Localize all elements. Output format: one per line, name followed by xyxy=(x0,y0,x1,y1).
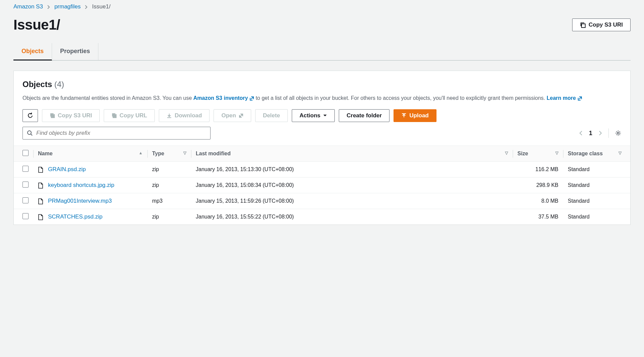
cell-storage-class: Standard xyxy=(563,177,630,193)
file-icon xyxy=(38,182,43,188)
chevron-right-icon xyxy=(85,4,88,10)
download-label: Download xyxy=(175,112,202,119)
inventory-link-label: Amazon S3 inventory xyxy=(193,95,248,101)
object-link[interactable]: SCRATCHES.psd.zip xyxy=(48,213,102,220)
search-icon xyxy=(27,130,33,136)
file-icon xyxy=(38,198,43,204)
breadcrumb-root[interactable]: Amazon S3 xyxy=(13,3,43,10)
sort-icon: ▽ xyxy=(555,151,558,155)
cell-type: zip xyxy=(147,177,191,193)
file-icon xyxy=(38,214,43,220)
chevron-right-icon xyxy=(47,4,50,10)
table-row: PRMag001Interview.mp3mp3January 15, 2013… xyxy=(14,193,630,209)
pagination: 1 xyxy=(579,128,622,138)
upload-label: Upload xyxy=(409,112,429,119)
refresh-button[interactable] xyxy=(22,109,38,122)
panel-title: Objects (4) xyxy=(22,80,622,89)
settings-button[interactable] xyxy=(615,130,622,136)
row-checkbox[interactable] xyxy=(22,182,29,188)
learn-more-label: Learn more xyxy=(547,95,576,101)
select-all-checkbox[interactable] xyxy=(22,150,29,156)
cell-last-modified: January 16, 2013, 15:55:22 (UTC+08:00) xyxy=(191,209,513,225)
copy-icon xyxy=(580,22,586,28)
upload-button[interactable]: Upload xyxy=(394,109,436,122)
prev-page-button[interactable] xyxy=(579,130,583,136)
copy-icon xyxy=(111,112,117,119)
sort-icon: ▽ xyxy=(505,151,508,155)
cell-size: 37.5 MB xyxy=(513,209,563,225)
column-name[interactable]: Name xyxy=(38,151,53,156)
file-icon xyxy=(38,166,43,172)
panel-desc-text: Objects are the fundamental entities sto… xyxy=(22,95,193,101)
gear-icon xyxy=(615,130,622,136)
learn-more-link[interactable]: Learn more xyxy=(547,95,582,101)
caret-down-icon xyxy=(323,112,327,119)
row-checkbox[interactable] xyxy=(22,197,29,203)
svg-point-4 xyxy=(617,132,619,134)
column-last-modified[interactable]: Last modified xyxy=(196,151,231,156)
copy-url-label: Copy URL xyxy=(120,112,147,119)
upload-icon xyxy=(401,112,407,119)
external-link-icon xyxy=(578,95,582,101)
create-folder-button[interactable]: Create folder xyxy=(339,109,389,122)
refresh-icon xyxy=(27,112,34,119)
cell-size: 298.9 KB xyxy=(513,177,563,193)
tab-objects[interactable]: Objects xyxy=(13,43,52,61)
breadcrumb: Amazon S3 prmagfiles Issue1/ xyxy=(13,0,631,17)
table-row: keyboard shortcuts.jpg.zipzipJanuary 16,… xyxy=(14,177,630,193)
download-icon xyxy=(167,112,172,119)
column-storage-class[interactable]: Storage class xyxy=(568,151,603,156)
cell-last-modified: January 16, 2013, 15:13:30 (UTC+08:00) xyxy=(191,162,513,177)
tabs: Objects Properties xyxy=(13,43,631,61)
cell-storage-class: Standard xyxy=(563,193,630,209)
create-folder-label: Create folder xyxy=(347,112,382,119)
sort-icon: ▽ xyxy=(618,151,622,155)
search-input[interactable] xyxy=(36,130,206,136)
svg-point-3 xyxy=(28,131,31,134)
copy-icon xyxy=(50,112,55,119)
panel-desc-mid: to get a list of all objects in your buc… xyxy=(256,95,547,101)
external-link-icon xyxy=(249,95,256,101)
inventory-link[interactable]: Amazon S3 inventory xyxy=(193,95,256,101)
toolbar: Copy S3 URI Copy URL Download Open xyxy=(22,109,622,122)
delete-label: Delete xyxy=(263,112,280,119)
actions-button[interactable]: Actions xyxy=(292,109,335,122)
tab-properties[interactable]: Properties xyxy=(52,43,98,60)
page-number: 1 xyxy=(589,130,592,137)
cell-size: 116.2 MB xyxy=(513,162,563,177)
copy-s3-uri-button-toolbar[interactable]: Copy S3 URI xyxy=(42,109,100,122)
sort-asc-icon: ▲ xyxy=(139,151,143,155)
panel-description: Objects are the fundamental entities sto… xyxy=(22,94,622,103)
objects-panel: Objects (4) Objects are the fundamental … xyxy=(13,71,631,225)
object-link[interactable]: GRAIN.psd.zip xyxy=(48,166,86,172)
download-button[interactable]: Download xyxy=(159,109,210,122)
actions-label: Actions xyxy=(300,112,320,119)
column-type[interactable]: Type xyxy=(152,151,164,156)
table-row: GRAIN.psd.zipzipJanuary 16, 2013, 15:13:… xyxy=(14,162,630,177)
cell-storage-class: Standard xyxy=(563,209,630,225)
sort-icon: ▽ xyxy=(183,151,186,155)
cell-last-modified: January 16, 2013, 15:08:34 (UTC+08:00) xyxy=(191,177,513,193)
open-label: Open xyxy=(221,112,236,119)
row-checkbox[interactable] xyxy=(22,213,29,219)
copy-url-button[interactable]: Copy URL xyxy=(104,109,155,122)
copy-s3-uri-button[interactable]: Copy S3 URI xyxy=(572,18,631,31)
object-link[interactable]: keyboard shortcuts.jpg.zip xyxy=(48,182,114,188)
row-checkbox[interactable] xyxy=(22,166,29,172)
cell-type: zip xyxy=(147,162,191,177)
copy-s3-uri-label: Copy S3 URI xyxy=(58,112,92,119)
column-size[interactable]: Size xyxy=(517,151,528,156)
cell-last-modified: January 15, 2013, 11:59:26 (UTC+08:00) xyxy=(191,193,513,209)
open-button[interactable]: Open xyxy=(214,109,251,122)
next-page-button[interactable] xyxy=(598,130,602,136)
page-title: Issue1/ xyxy=(13,17,60,33)
object-link[interactable]: PRMag001Interview.mp3 xyxy=(48,198,112,204)
table-row: SCRATCHES.psd.zipzipJanuary 16, 2013, 15… xyxy=(14,209,630,225)
cell-size: 8.0 MB xyxy=(513,193,563,209)
cell-type: zip xyxy=(147,209,191,225)
breadcrumb-bucket[interactable]: prmagfiles xyxy=(54,3,81,10)
panel-count: (4) xyxy=(54,80,64,89)
delete-button[interactable]: Delete xyxy=(255,109,288,122)
search-box[interactable] xyxy=(22,127,211,140)
cell-type: mp3 xyxy=(147,193,191,209)
